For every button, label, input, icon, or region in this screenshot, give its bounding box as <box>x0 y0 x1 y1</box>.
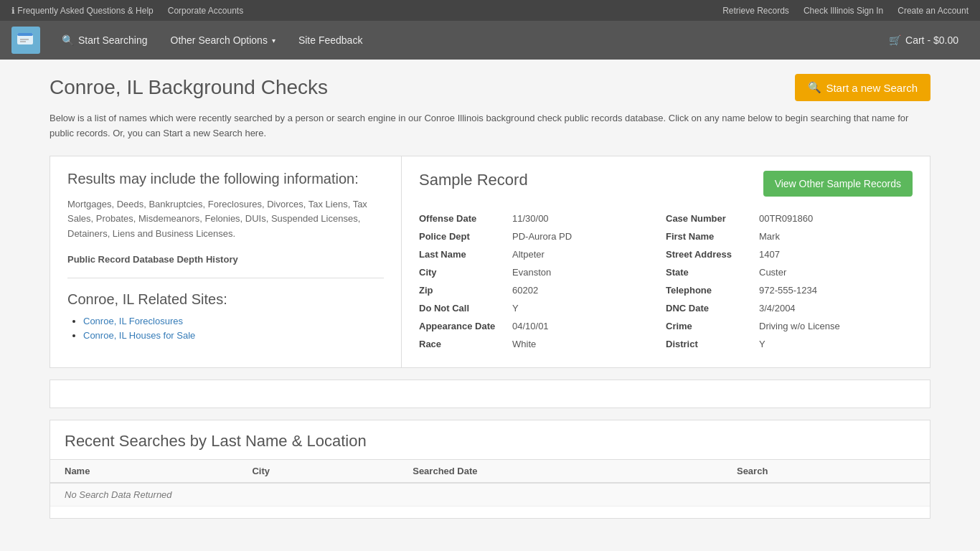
related-link-foreclosures[interactable]: Conroe, IL Foreclosures <box>83 316 183 326</box>
site-feedback-button[interactable]: Site Feedback <box>288 30 373 50</box>
search-icon: 🔍 <box>808 81 821 94</box>
related-sites: Conroe, IL Related Sites: Conroe, IL For… <box>67 291 384 341</box>
record-field-state: State Custer <box>666 263 913 281</box>
divider <box>67 278 384 278</box>
main-section: Results may include the following inform… <box>50 156 930 368</box>
recent-searches-table: Name City Searched Date Search No Search… <box>50 459 930 507</box>
left-panel: Results may include the following inform… <box>50 156 402 367</box>
view-other-samples-button[interactable]: View Other Sample Records <box>763 171 913 197</box>
record-field-crime: Crime Driving w/o License <box>666 317 913 335</box>
recent-searches-section: Recent Searches by Last Name & Location … <box>50 420 930 519</box>
col-searched-date: Searched Date <box>398 459 722 483</box>
page-title: Conroe, IL Background Checks <box>50 76 328 99</box>
record-fields-right: Case Number 00TR091860 First Name Mark S… <box>666 209 913 353</box>
faq-link[interactable]: ℹ Frequently Asked Questions & Help <box>11 6 154 16</box>
record-field-city: City Evanston <box>419 263 666 281</box>
record-field-first-name: First Name Mark <box>666 227 913 245</box>
top-bar: ℹ Frequently Asked Questions & Help Corp… <box>0 0 980 21</box>
no-data-row: No Search Data Returned <box>50 483 930 507</box>
top-bar-right: Retrieve Records Check Illinois Sign In … <box>722 6 969 16</box>
col-name: Name <box>50 459 237 483</box>
start-new-search-button[interactable]: 🔍 Start a new Search <box>795 74 930 101</box>
page-header: Conroe, IL Background Checks 🔍 Start a n… <box>50 74 930 101</box>
main-nav: 🔍 Start Searching Other Search Options ▾… <box>0 21 980 60</box>
list-item: Conroe, IL Houses for Sale <box>83 329 384 341</box>
record-fields-left: Offense Date 11/30/00 Police Dept PD-Aur… <box>419 209 666 353</box>
chevron-down-icon: ▾ <box>272 37 275 44</box>
results-text: Mortgages, Deeds, Bankruptcies, Foreclos… <box>67 197 384 242</box>
record-field-police-dept: Police Dept PD-Aurora PD <box>419 227 666 245</box>
spacer-band <box>50 380 930 408</box>
recent-searches-heading: Recent Searches by Last Name & Location <box>50 420 930 459</box>
sample-record-title: Sample Record <box>419 171 528 189</box>
cart-button[interactable]: 🛒 Cart - $0.00 <box>879 30 969 50</box>
table-header-row: Name City Searched Date Search <box>50 459 930 483</box>
retrieve-records-link[interactable]: Retrieve Records <box>722 6 789 16</box>
record-field-case-number: Case Number 00TR091860 <box>666 209 913 227</box>
record-field-appearance-date: Appearance Date 04/10/01 <box>419 317 666 335</box>
main-nav-left: 🔍 Start Searching Other Search Options ▾… <box>11 27 372 54</box>
record-field-street-address: Street Address 1407 <box>666 245 913 263</box>
right-panel: Sample Record View Other Sample Records … <box>402 156 930 367</box>
site-logo[interactable] <box>11 27 40 54</box>
main-nav-right: 🛒 Cart - $0.00 <box>879 30 969 50</box>
record-field-offense-date: Offense Date 11/30/00 <box>419 209 666 227</box>
related-link-houses[interactable]: Conroe, IL Houses for Sale <box>83 330 195 341</box>
create-account-link[interactable]: Create an Account <box>897 6 969 16</box>
list-item: Conroe, IL Foreclosures <box>83 315 384 326</box>
record-field-do-not-call: Do Not Call Y <box>419 299 666 317</box>
check-illinois-signin-link[interactable]: Check Illinois Sign In <box>804 6 883 16</box>
other-search-options-button[interactable]: Other Search Options ▾ <box>161 30 286 50</box>
logo-icon <box>16 30 36 50</box>
col-search: Search <box>722 459 930 483</box>
col-city: City <box>237 459 398 483</box>
results-heading: Results may include the following inform… <box>67 171 384 187</box>
record-field-last-name: Last Name Altpeter <box>419 245 666 263</box>
page-content: Conroe, IL Background Checks 🔍 Start a n… <box>38 60 942 533</box>
record-field-dnc-date: DNC Date 3/4/2004 <box>666 299 913 317</box>
public-record-link[interactable]: Public Record Database Depth History <box>67 254 238 265</box>
start-searching-button[interactable]: 🔍 Start Searching <box>52 30 158 50</box>
record-field-district: District Y <box>666 335 913 353</box>
record-field-zip: Zip 60202 <box>419 281 666 299</box>
intro-text: Below is a list of names which were rece… <box>50 111 930 141</box>
record-field-race: Race White <box>419 335 666 353</box>
search-nav-icon: 🔍 <box>62 34 74 46</box>
top-bar-left: ℹ Frequently Asked Questions & Help Corp… <box>11 6 243 16</box>
record-grid: Offense Date 11/30/00 Police Dept PD-Aur… <box>419 209 913 353</box>
no-data-cell: No Search Data Returned <box>50 483 930 507</box>
corporate-accounts-link[interactable]: Corporate Accounts <box>168 6 243 16</box>
related-links-list: Conroe, IL Foreclosures Conroe, IL House… <box>67 315 384 341</box>
sample-record-header: Sample Record View Other Sample Records <box>419 171 913 197</box>
cart-icon: 🛒 <box>889 34 901 46</box>
record-field-telephone: Telephone 972-555-1234 <box>666 281 913 299</box>
svg-rect-1 <box>17 33 33 36</box>
related-heading: Conroe, IL Related Sites: <box>67 291 384 308</box>
info-icon: ℹ <box>11 6 15 16</box>
